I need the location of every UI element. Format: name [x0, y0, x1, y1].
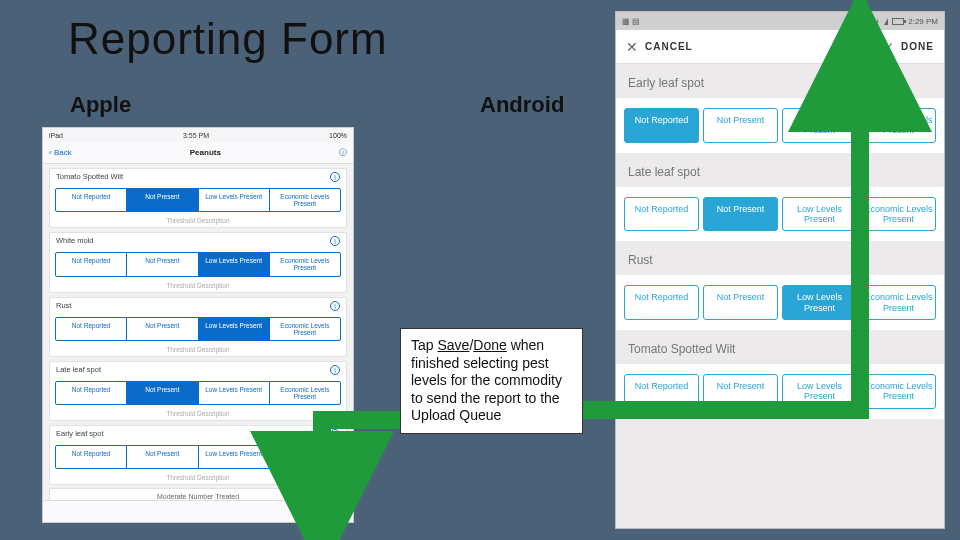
level-option[interactable]: Low Levels Present: [199, 318, 270, 340]
level-chip[interactable]: Not Present: [703, 374, 778, 409]
level-option[interactable]: Not Present: [127, 189, 198, 211]
level-option[interactable]: Low Levels Present: [199, 382, 270, 404]
level-option[interactable]: Not Reported: [56, 446, 127, 468]
level-option[interactable]: Low Levels Present: [199, 253, 270, 275]
level-chip[interactable]: Low Levels Present: [782, 374, 857, 409]
level-chip[interactable]: Low Levels Present: [782, 197, 857, 232]
ios-status-battery: 100%: [329, 132, 347, 139]
level-chip[interactable]: Not Reported: [624, 374, 699, 409]
done-button[interactable]: DONE: [901, 41, 934, 52]
android-heading: Android: [480, 92, 564, 118]
info-icon[interactable]: i: [330, 172, 340, 182]
cancel-button[interactable]: CANCEL: [645, 41, 693, 52]
pest-group: Early leaf spotiNot ReportedNot PresentL…: [49, 425, 347, 485]
pest-name: Early leaf spot: [56, 429, 104, 439]
pest-group: RustiNot ReportedNot PresentLow Levels P…: [49, 297, 347, 357]
android-status-time: 2:29 PM: [908, 17, 938, 26]
level-option[interactable]: Not Present: [127, 382, 198, 404]
level-chip[interactable]: Economic Levels Present: [861, 108, 936, 143]
level-chip[interactable]: Economic Levels Present: [861, 285, 936, 320]
threshold-label: Threshold Description: [50, 282, 346, 292]
level-segmented-control[interactable]: Not ReportedNot PresentLow Levels Presen…: [55, 381, 341, 405]
level-segmented-control[interactable]: Not ReportedNot PresentLow Levels Presen…: [55, 252, 341, 276]
level-chip[interactable]: Low Levels Present: [782, 108, 857, 143]
level-chip-row: Not ReportedNot PresentLow Levels Presen…: [616, 275, 944, 330]
level-option[interactable]: Economic Levels Present: [270, 189, 340, 211]
level-chip[interactable]: Not Reported: [624, 108, 699, 143]
pest-group: Tomato Spotted WiltiNot ReportedNot Pres…: [49, 168, 347, 228]
slide-title: Reporting Form: [68, 14, 388, 64]
level-option[interactable]: Not Reported: [56, 189, 127, 211]
android-status-left-icons: ▦ ▤: [622, 17, 640, 26]
level-option[interactable]: Economic Levels Present: [270, 253, 340, 275]
threshold-label: Threshold Description: [50, 474, 346, 484]
level-chip[interactable]: Economic Levels Present: [861, 374, 936, 409]
level-option[interactable]: Not Reported: [56, 318, 127, 340]
pest-name: Late leaf spot: [56, 365, 101, 375]
level-chip-row: Not ReportedNot PresentLow Levels Presen…: [616, 364, 944, 419]
save-button[interactable]: Save: [322, 507, 343, 517]
level-chip[interactable]: Economic Levels Present: [861, 197, 936, 232]
level-option[interactable]: Economic Levels Present: [270, 382, 340, 404]
pest-name: Rust: [56, 301, 71, 311]
signal-icon: [884, 18, 888, 25]
battery-icon: [892, 18, 904, 25]
info-icon[interactable]: i: [330, 429, 340, 439]
level-option[interactable]: Economic Levels Present: [270, 446, 340, 468]
level-chip[interactable]: Not Present: [703, 108, 778, 143]
level-option[interactable]: Not Present: [127, 318, 198, 340]
level-chip[interactable]: Not Reported: [624, 197, 699, 232]
pest-group: White moldiNot ReportedNot PresentLow Le…: [49, 232, 347, 292]
level-chip[interactable]: Not Reported: [624, 285, 699, 320]
level-option[interactable]: Not Reported: [56, 382, 127, 404]
android-status-bar: ▦ ▤ ⟊ 2:29 PM: [616, 12, 944, 30]
level-chip[interactable]: Low Levels Present: [782, 285, 857, 320]
apple-screenshot: iPad 3:55 PM 100% ‹ Back Peanuts ⓘ Tomat…: [43, 128, 353, 522]
level-option[interactable]: Not Present: [127, 253, 198, 275]
ios-nav-bar: ‹ Back Peanuts ⓘ: [43, 142, 353, 164]
level-chip-row: Not ReportedNot PresentLow Levels Presen…: [616, 187, 944, 242]
threshold-label: Threshold Description: [50, 346, 346, 356]
wifi-icon: ⟊: [875, 17, 880, 26]
pest-name: White mold: [56, 236, 94, 246]
threshold-label: Threshold Description: [50, 217, 346, 227]
ios-screen-title: Peanuts: [190, 148, 221, 157]
level-chip[interactable]: Not Present: [703, 285, 778, 320]
ios-status-bar: iPad 3:55 PM 100%: [43, 128, 353, 142]
android-top-bar: ✕ CANCEL ✓ DONE: [616, 30, 944, 64]
info-icon[interactable]: i: [330, 301, 340, 311]
level-chip[interactable]: Not Present: [703, 197, 778, 232]
close-icon[interactable]: ✕: [626, 39, 639, 55]
pest-section-label: Rust: [616, 241, 944, 275]
info-icon[interactable]: i: [330, 236, 340, 246]
level-option[interactable]: Low Levels Present: [199, 446, 270, 468]
level-option[interactable]: Economic Levels Present: [270, 318, 340, 340]
instruction-callout: Tap Save/Done when finished selecting pe…: [400, 328, 583, 434]
back-label: Back: [54, 148, 72, 157]
level-option[interactable]: Not Present: [127, 446, 198, 468]
level-segmented-control[interactable]: Not ReportedNot PresentLow Levels Presen…: [55, 445, 341, 469]
pest-section-label: Early leaf spot: [616, 64, 944, 98]
level-segmented-control[interactable]: Not ReportedNot PresentLow Levels Presen…: [55, 188, 341, 212]
level-option[interactable]: Not Reported: [56, 253, 127, 275]
level-chip-row: Not ReportedNot PresentLow Levels Presen…: [616, 98, 944, 153]
android-screenshot: ▦ ▤ ⟊ 2:29 PM ✕ CANCEL ✓ DONE Early leaf…: [616, 12, 944, 528]
threshold-label: Threshold Description: [50, 410, 346, 420]
check-icon[interactable]: ✓: [884, 40, 895, 54]
info-icon[interactable]: ⓘ: [339, 147, 347, 158]
ios-status-time: 3:55 PM: [183, 132, 209, 139]
pest-section-label: Tomato Spotted Wilt: [616, 330, 944, 364]
level-segmented-control[interactable]: Not ReportedNot PresentLow Levels Presen…: [55, 317, 341, 341]
callout-text: Tap Save/Done when finished selecting pe…: [411, 337, 562, 423]
back-button[interactable]: ‹ Back: [49, 148, 72, 157]
pest-section-label: Late leaf spot: [616, 153, 944, 187]
pest-group: Late leaf spotiNot ReportedNot PresentLo…: [49, 361, 347, 421]
pest-name: Tomato Spotted Wilt: [56, 172, 123, 182]
level-option[interactable]: Low Levels Present: [199, 189, 270, 211]
info-icon[interactable]: i: [330, 365, 340, 375]
ios-status-carrier: iPad: [49, 132, 63, 139]
apple-heading: Apple: [70, 92, 131, 118]
ios-bottom-bar: Save: [43, 500, 353, 522]
